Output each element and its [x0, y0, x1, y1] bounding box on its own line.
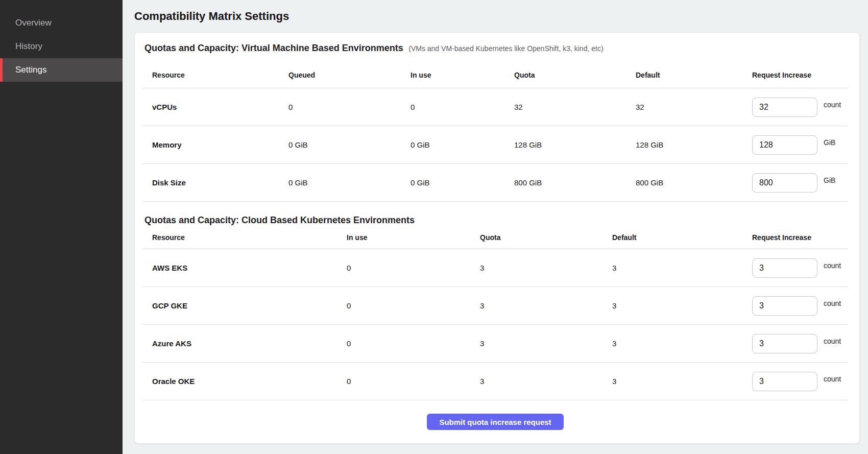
sidebar-item-label: Overview — [15, 18, 52, 28]
resource-cell: Disk Size — [152, 178, 288, 187]
request-increase-cell: count — [752, 334, 848, 353]
table-row-azure-aks: Azure AKS 0 3 3 count — [142, 325, 848, 363]
sidebar-item-settings[interactable]: Settings — [0, 58, 123, 82]
request-increase-input[interactable] — [752, 258, 817, 278]
unit-label: count — [824, 375, 841, 383]
submit-quota-increase-button[interactable]: Submit quota increase request — [427, 414, 563, 430]
column-header-request-increase: Request Increase — [752, 233, 848, 242]
cloud-quota-table: Resource In use Quota Default Request In… — [142, 226, 848, 400]
default-cell: 800 GiB — [636, 178, 752, 187]
request-increase-cell: count — [752, 258, 848, 278]
queued-cell: 0 GiB — [288, 140, 411, 149]
resource-cell: Oracle OKE — [152, 377, 347, 386]
quota-cell: 3 — [480, 377, 612, 386]
vm-section-subtitle: (VMs and VM-based Kubernetes like OpenSh… — [408, 44, 603, 53]
unit-label: count — [824, 337, 841, 345]
request-increase-cell: count — [752, 372, 848, 391]
request-increase-cell: count — [752, 98, 848, 117]
column-header-default: Default — [612, 233, 752, 242]
request-increase-input[interactable] — [752, 296, 817, 316]
column-header-in-use: In use — [411, 71, 514, 79]
column-header-quota: Quota — [480, 233, 612, 242]
unit-label: count — [824, 261, 841, 270]
resource-cell: Azure AKS — [152, 339, 347, 348]
column-header-request-increase: Request Increase — [752, 71, 848, 79]
in-use-cell: 0 GiB — [411, 178, 514, 187]
queued-cell: 0 — [288, 103, 411, 111]
default-cell: 3 — [612, 339, 752, 348]
quota-cell: 32 — [514, 103, 636, 111]
request-increase-cell: GiB — [752, 173, 848, 193]
table-row-vcpus: vCPUs 0 0 32 32 count — [142, 88, 848, 126]
default-cell: 3 — [612, 264, 752, 272]
in-use-cell: 0 — [347, 339, 480, 348]
unit-label: count — [824, 101, 841, 109]
vm-table-header: Resource Queued In use Quota Default Req… — [142, 62, 848, 88]
sidebar-item-history[interactable]: History — [0, 35, 123, 58]
quota-cell: 3 — [480, 264, 612, 272]
table-row-aws-eks: AWS EKS 0 3 3 count — [142, 249, 848, 287]
resource-cell: GCP GKE — [152, 301, 347, 310]
quota-cell: 3 — [480, 339, 612, 348]
default-cell: 3 — [612, 377, 752, 386]
column-header-in-use: In use — [347, 233, 480, 242]
unit-label: GiB — [824, 138, 835, 147]
quota-settings-card: Quotas and Capacity: Virtual Machine Bas… — [134, 32, 860, 444]
vm-section-title: Quotas and Capacity: Virtual Machine Bas… — [144, 43, 403, 53]
sidebar-item-overview[interactable]: Overview — [0, 11, 123, 35]
submit-button-row: Submit quota increase request — [142, 414, 848, 430]
table-row-oracle-oke: Oracle OKE 0 3 3 count — [142, 363, 848, 400]
resource-cell: Memory — [152, 140, 288, 149]
default-cell: 32 — [636, 103, 752, 111]
table-row-memory: Memory 0 GiB 0 GiB 128 GiB 128 GiB GiB — [142, 126, 848, 164]
in-use-cell: 0 — [411, 103, 514, 111]
request-increase-input[interactable] — [752, 173, 817, 193]
queued-cell: 0 GiB — [288, 178, 411, 187]
sidebar-item-label: Settings — [15, 65, 46, 75]
in-use-cell: 0 — [347, 264, 480, 272]
cloud-section-title: Quotas and Capacity: Cloud Based Kuberne… — [142, 215, 848, 226]
page-title: Compatibility Matrix Settings — [134, 9, 860, 23]
column-header-quota: Quota — [514, 71, 636, 79]
default-cell: 128 GiB — [636, 140, 752, 149]
quota-cell: 128 GiB — [514, 140, 636, 149]
sidebar: Overview History Settings — [0, 0, 123, 454]
column-header-resource: Resource — [152, 233, 347, 242]
request-increase-cell: GiB — [752, 135, 848, 155]
request-increase-input[interactable] — [752, 135, 817, 155]
request-increase-cell: count — [752, 296, 848, 316]
default-cell: 3 — [612, 301, 752, 310]
request-increase-input[interactable] — [752, 334, 817, 353]
quota-cell: 800 GiB — [514, 178, 636, 187]
main-content: Compatibility Matrix Settings Quotas and… — [123, 0, 868, 454]
in-use-cell: 0 GiB — [411, 140, 514, 149]
table-row-disk-size: Disk Size 0 GiB 0 GiB 800 GiB 800 GiB Gi… — [142, 164, 848, 202]
request-increase-input[interactable] — [752, 372, 817, 391]
resource-cell: AWS EKS — [152, 264, 347, 272]
quota-cell: 3 — [480, 301, 612, 310]
sidebar-nav: Overview History Settings — [0, 11, 123, 82]
column-header-resource: Resource — [152, 71, 288, 79]
unit-label: count — [824, 299, 841, 307]
resource-cell: vCPUs — [152, 103, 288, 111]
vm-quota-table: Resource Queued In use Quota Default Req… — [142, 62, 848, 202]
column-header-queued: Queued — [288, 71, 411, 79]
table-row-gcp-gke: GCP GKE 0 3 3 count — [142, 287, 848, 325]
cloud-table-header: Resource In use Quota Default Request In… — [142, 226, 848, 249]
sidebar-item-label: History — [15, 41, 42, 52]
unit-label: GiB — [824, 176, 835, 184]
in-use-cell: 0 — [347, 377, 480, 386]
request-increase-input[interactable] — [752, 98, 817, 117]
vm-section-header: Quotas and Capacity: Virtual Machine Bas… — [142, 43, 848, 54]
column-header-default: Default — [636, 71, 752, 79]
in-use-cell: 0 — [347, 301, 480, 310]
